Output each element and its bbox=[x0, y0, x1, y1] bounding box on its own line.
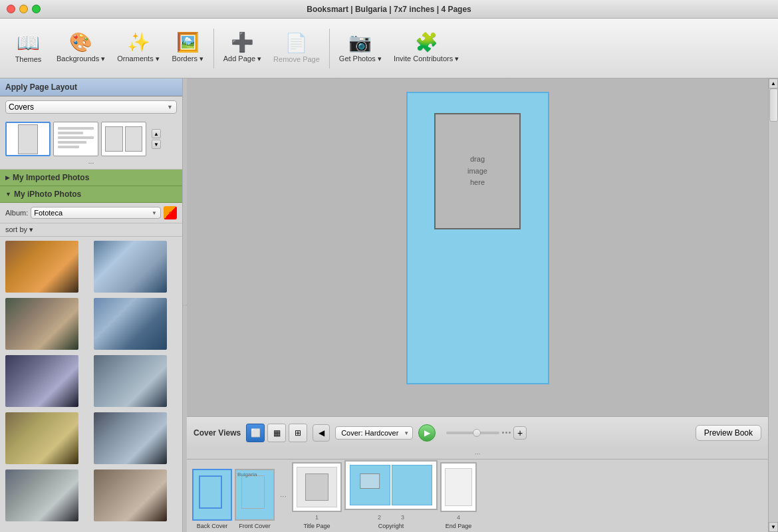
ornaments-button[interactable]: ✨ Ornaments ▾ bbox=[112, 31, 164, 66]
view-icons: ⬜ ▦ ⊞ bbox=[246, 424, 307, 442]
photo-grid bbox=[0, 237, 182, 532]
get-photos-button[interactable]: 📷 Get Photos ▾ bbox=[334, 31, 387, 66]
cover-dropdown[interactable]: Cover: Hardcover Cover: Softcover bbox=[335, 426, 413, 440]
scroll-up-button[interactable]: ▲ bbox=[769, 78, 778, 88]
photo-6[interactable] bbox=[94, 355, 167, 407]
imported-label: My Imported Photos bbox=[13, 173, 89, 182]
page-2-num: 2 bbox=[378, 514, 381, 521]
sidebar-header: Apply Page Layout bbox=[0, 78, 182, 96]
image-placeholder[interactable]: dragimagehere bbox=[434, 113, 521, 229]
invite-contributors-button[interactable]: 🧩 Invite Contributors ▾ bbox=[388, 31, 464, 66]
maximize-button[interactable] bbox=[32, 5, 41, 13]
iphoto-photos-header[interactable]: ▼ My iPhoto Photos bbox=[0, 186, 182, 203]
imported-photos-header[interactable]: ▶ My Imported Photos bbox=[0, 170, 182, 186]
photo-10[interactable] bbox=[94, 469, 167, 521]
titlebar: Booksmart | Bulgaria | 7x7 inches | 4 Pa… bbox=[0, 0, 778, 19]
remove-page-label: Remove Page bbox=[273, 55, 320, 63]
cover-views-label: Cover Views bbox=[194, 428, 241, 438]
end-page-label: End Page bbox=[446, 523, 472, 529]
layout-thumbnails: ▲ ▼ ... bbox=[0, 118, 182, 170]
zoom-dot-3 bbox=[509, 432, 511, 434]
spread-thumb[interactable] bbox=[344, 460, 438, 510]
scroll-thumb[interactable] bbox=[769, 88, 778, 122]
photo-4[interactable] bbox=[94, 298, 167, 350]
minimize-button[interactable] bbox=[19, 5, 28, 13]
front-cover-thumb[interactable]: Bulgaria bbox=[235, 469, 275, 521]
filmstrip-title-page[interactable]: 1 Title Page bbox=[292, 462, 342, 529]
end-page-thumb[interactable] bbox=[440, 462, 477, 512]
title-page-label: Title Page bbox=[303, 523, 330, 529]
scroll-arrows: ▲ ▼ bbox=[152, 129, 161, 149]
backgrounds-icon: 🎨 bbox=[69, 33, 92, 52]
preview-book-button[interactable]: Preview Book bbox=[696, 425, 761, 441]
backgrounds-button[interactable]: 🎨 Backgrounds ▾ bbox=[51, 31, 110, 66]
title-page-thumb[interactable] bbox=[292, 462, 342, 512]
prev-page-button[interactable]: ◀ bbox=[313, 424, 330, 442]
close-button[interactable] bbox=[7, 5, 15, 13]
themes-label: Themes bbox=[15, 55, 42, 63]
photo-3[interactable] bbox=[5, 298, 78, 350]
borders-icon: 🖼️ bbox=[176, 33, 199, 52]
themes-button[interactable]: 📖 Themes bbox=[7, 31, 50, 66]
photo-9[interactable] bbox=[5, 469, 78, 521]
play-button[interactable]: ▶ bbox=[418, 424, 436, 442]
ornaments-label: Ornaments ▾ bbox=[117, 55, 159, 63]
filmstrip-back-cover[interactable]: Back Cover bbox=[192, 469, 232, 529]
iphoto-label: My iPhoto Photos bbox=[14, 190, 81, 199]
album-select-wrapper: Fototeca All Photos Last Import bbox=[31, 207, 161, 219]
page-canvas: dragimagehere bbox=[406, 92, 549, 384]
filmstrip-dots: ··· bbox=[187, 448, 768, 459]
photo-5[interactable] bbox=[5, 355, 78, 407]
filmstrip: Back Cover Bulgaria Front Cover ··· 1 bbox=[187, 459, 768, 532]
themes-icon: 📖 bbox=[17, 34, 40, 53]
ornaments-icon: ✨ bbox=[127, 33, 150, 52]
borders-button[interactable]: 🖼️ Borders ▾ bbox=[166, 31, 209, 66]
filmstrip-front-cover[interactable]: Bulgaria Front Cover bbox=[235, 469, 275, 529]
remove-page-button[interactable]: 📄 Remove Page bbox=[268, 31, 325, 66]
sort-label: sort by ▾ bbox=[5, 225, 33, 234]
photo-1[interactable] bbox=[5, 241, 78, 293]
main-layout: Apply Page Layout Covers Title Page Sing… bbox=[0, 78, 778, 532]
album-row: Album: Fototeca All Photos Last Import bbox=[0, 203, 182, 223]
sort-row[interactable]: sort by ▾ bbox=[0, 223, 182, 237]
album-dropdown[interactable]: Fototeca All Photos Last Import bbox=[31, 207, 161, 219]
album-icon bbox=[164, 206, 177, 219]
title-page-num: 1 bbox=[315, 514, 319, 521]
zoom-area: + bbox=[446, 426, 527, 440]
scroll-up-arrow[interactable]: ▲ bbox=[152, 129, 161, 138]
layout-thumb-2[interactable] bbox=[53, 122, 98, 156]
layout-dropdown[interactable]: Covers Title Page Single Photo bbox=[5, 100, 177, 114]
scroll-down-arrow[interactable]: ▼ bbox=[152, 140, 161, 149]
toolbar-separator-1 bbox=[213, 29, 214, 68]
invite-label: Invite Contributors ▾ bbox=[394, 55, 459, 63]
filmstrip-spread-23[interactable]: 2 3 Copyright bbox=[344, 460, 438, 529]
photo-8[interactable] bbox=[94, 412, 167, 464]
canvas-area: dragimagehere Cover Views ⬜ ▦ ⊞ ◀ Cover:… bbox=[187, 78, 768, 532]
zoom-in-button[interactable]: + bbox=[513, 426, 527, 440]
zoom-slider[interactable] bbox=[473, 429, 481, 437]
svg-point-1 bbox=[169, 211, 174, 217]
sidebar: Apply Page Layout Covers Title Page Sing… bbox=[0, 78, 183, 532]
zoom-dot-2 bbox=[505, 432, 507, 434]
scroll-down-button[interactable]: ▼ bbox=[769, 522, 778, 532]
imported-arrow: ▶ bbox=[5, 174, 10, 181]
scroll-track bbox=[769, 88, 778, 522]
add-page-icon: ➕ bbox=[231, 33, 254, 52]
zoom-track[interactable] bbox=[446, 432, 499, 434]
back-cover-thumb[interactable] bbox=[192, 469, 232, 521]
bottom-bar: Cover Views ⬜ ▦ ⊞ ◀ Cover: Hardcover Cov… bbox=[187, 416, 768, 448]
view-grid[interactable]: ⊞ bbox=[289, 424, 307, 442]
view-single[interactable]: ⬜ bbox=[246, 424, 265, 442]
back-cover-label: Back Cover bbox=[197, 523, 228, 529]
toolbar: 📖 Themes 🎨 Backgrounds ▾ ✨ Ornaments ▾ 🖼… bbox=[0, 19, 778, 78]
photo-2[interactable] bbox=[94, 241, 167, 293]
layout-thumb-1[interactable] bbox=[5, 122, 51, 156]
photo-7[interactable] bbox=[5, 412, 78, 464]
add-page-button[interactable]: ➕ Add Page ▾ bbox=[218, 31, 267, 66]
layout-more: ... bbox=[5, 158, 177, 165]
filmstrip-end-page[interactable]: 4 End Page bbox=[440, 462, 477, 529]
borders-label: Borders ▾ bbox=[172, 55, 203, 63]
layout-thumb-3[interactable] bbox=[101, 122, 146, 156]
view-spread[interactable]: ▦ bbox=[267, 424, 286, 442]
zoom-dots bbox=[502, 432, 511, 434]
